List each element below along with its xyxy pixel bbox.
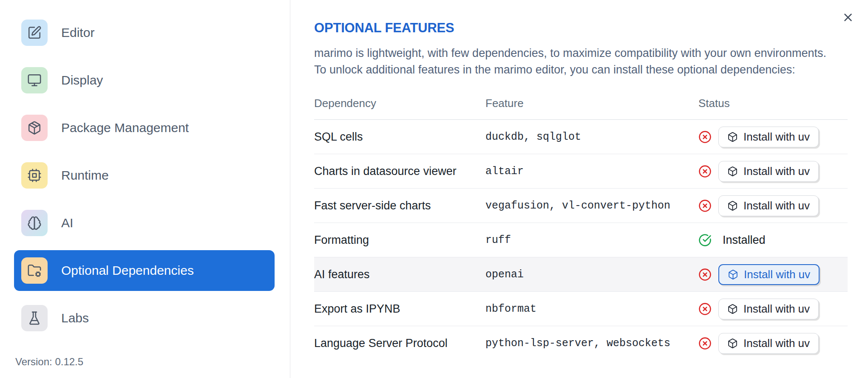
box-icon — [727, 200, 738, 211]
sidebar-item-label: Package Management — [61, 121, 189, 135]
dependency-name: Charts in datasource viewer — [314, 154, 485, 189]
install-with-uv-button[interactable]: Install with uv — [718, 161, 819, 182]
install-button-label: Install with uv — [743, 302, 810, 316]
sidebar-item-label: Labs — [61, 311, 89, 325]
install-with-uv-button[interactable]: Install with uv — [718, 333, 819, 354]
sidebar-item-package-management[interactable]: Package Management — [14, 107, 275, 148]
install-with-uv-button-focused[interactable]: Install with uv — [718, 264, 820, 285]
flask-icon — [21, 305, 48, 331]
settings-nav: Editor Display Package Management Runtim… — [14, 12, 275, 339]
install-with-uv-button[interactable]: Install with uv — [718, 195, 819, 216]
table-row-fast-server-side-charts: Fast server-side charts vegafusion, vl-c… — [314, 189, 848, 223]
table-row-export-ipynb: Export as IPYNB nbformat Install with uv — [314, 292, 848, 326]
sidebar-item-ai[interactable]: AI — [14, 203, 275, 243]
settings-sidebar: Editor Display Package Management Runtim… — [0, 0, 290, 378]
version-label: Version: 0.12.5 — [14, 356, 275, 368]
install-button-label: Install with uv — [743, 165, 810, 178]
table-row-formatting: Formatting ruff Installed — [314, 223, 848, 257]
folder-cog-icon — [21, 257, 48, 284]
dependencies-table: Dependency Feature Status SQL cells duck… — [314, 78, 848, 361]
box-icon — [727, 132, 738, 142]
optional-features-panel: OPTIONAL FEATURES marimo is lightweight,… — [290, 0, 868, 378]
sidebar-item-display[interactable]: Display — [14, 60, 275, 101]
description-line-1: marimo is lightweight, with few dependen… — [314, 47, 826, 59]
close-icon — [842, 11, 854, 24]
feature-packages: duckdb, sqlglot — [485, 120, 698, 154]
package-icon — [21, 115, 48, 141]
installed-status-label: Installed — [723, 234, 766, 247]
dependency-name: Fast server-side charts — [314, 189, 485, 223]
feature-packages: openai — [485, 257, 698, 292]
circle-x-icon — [698, 130, 712, 144]
circle-x-icon — [698, 199, 712, 212]
close-button[interactable] — [841, 10, 855, 25]
cpu-icon — [21, 162, 48, 189]
settings-dialog: Editor Display Package Management Runtim… — [0, 0, 868, 378]
dependency-name: Export as IPYNB — [314, 292, 485, 326]
sidebar-item-optional-dependencies[interactable]: Optional Dependencies — [14, 250, 275, 291]
install-button-label: Install with uv — [743, 337, 810, 350]
sidebar-item-label: Editor — [61, 25, 94, 40]
dependency-name: Language Server Protocol — [314, 326, 485, 361]
column-header-dependency: Dependency — [314, 78, 485, 120]
description-text: marimo is lightweight, with few dependen… — [314, 45, 848, 78]
table-row-language-server-protocol: Language Server Protocol python-lsp-serv… — [314, 326, 848, 361]
circle-x-icon — [698, 165, 712, 178]
box-icon — [727, 304, 738, 314]
dependency-name: Formatting — [314, 223, 485, 257]
table-row-ai-features: AI features openai Install with uv — [314, 257, 848, 292]
feature-packages: nbformat — [485, 292, 698, 326]
sidebar-item-label: AI — [61, 216, 73, 230]
monitor-icon — [21, 67, 48, 93]
circle-x-icon — [698, 302, 712, 316]
feature-packages: python-lsp-server, websockets — [485, 326, 698, 361]
install-button-label: Install with uv — [743, 130, 810, 144]
box-icon — [727, 166, 738, 177]
square-pen-icon — [21, 20, 48, 46]
box-icon — [727, 338, 738, 349]
install-button-label: Install with uv — [743, 199, 810, 212]
install-button-label: Install with uv — [744, 268, 810, 281]
table-row-sql-cells: SQL cells duckdb, sqlglot Install with u… — [314, 120, 848, 154]
description-line-2: To unlock additional features in the mar… — [314, 63, 795, 76]
feature-packages: altair — [485, 154, 698, 189]
circle-x-icon — [698, 268, 712, 281]
sidebar-item-editor[interactable]: Editor — [14, 12, 275, 53]
dependency-name: SQL cells — [314, 120, 485, 154]
column-header-feature: Feature — [485, 78, 698, 120]
sidebar-item-runtime[interactable]: Runtime — [14, 155, 275, 196]
table-row-charts-datasource: Charts in datasource viewer altair Insta… — [314, 154, 848, 189]
page-title: OPTIONAL FEATURES — [314, 20, 848, 36]
brain-icon — [21, 210, 48, 236]
sidebar-item-label: Runtime — [61, 168, 109, 183]
circle-x-icon — [698, 337, 712, 350]
feature-packages: ruff — [485, 223, 698, 257]
install-with-uv-button[interactable]: Install with uv — [718, 299, 819, 319]
circle-check-icon — [698, 234, 712, 247]
feature-packages: vegafusion, vl-convert-python — [485, 189, 698, 223]
table-header-row: Dependency Feature Status — [314, 78, 848, 120]
sidebar-item-label: Display — [61, 73, 103, 87]
sidebar-item-label: Optional Dependencies — [61, 263, 194, 278]
sidebar-item-labs[interactable]: Labs — [14, 298, 275, 339]
box-icon — [728, 269, 738, 280]
column-header-status: Status — [698, 78, 848, 120]
dependency-name: AI features — [314, 257, 485, 292]
install-with-uv-button[interactable]: Install with uv — [718, 127, 819, 147]
